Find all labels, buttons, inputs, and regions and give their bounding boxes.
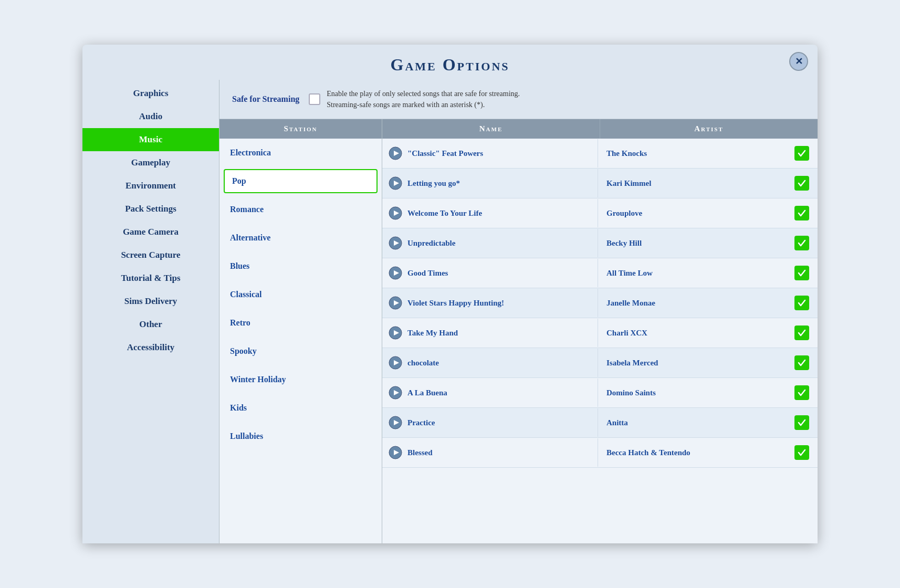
streaming-bar: Safe for Streaming Enable the play of on… bbox=[219, 80, 818, 119]
station-item-kids[interactable]: Kids bbox=[219, 394, 382, 422]
song-name: Unpredictable bbox=[407, 239, 455, 248]
song-row: chocolate Isabela Merced bbox=[382, 348, 818, 378]
song-checkbox[interactable] bbox=[794, 176, 809, 191]
song-checkbox[interactable] bbox=[794, 385, 809, 400]
play-icon[interactable] bbox=[389, 236, 402, 250]
song-name: Welcome To Your Life bbox=[407, 209, 482, 218]
checkmark-icon bbox=[797, 448, 807, 457]
checkmark-icon bbox=[797, 328, 807, 338]
song-name-cell[interactable]: Good Times bbox=[382, 259, 598, 287]
station-item-lullabies[interactable]: Lullabies bbox=[219, 422, 382, 450]
song-artist-cell: Janelle Monae bbox=[598, 288, 818, 318]
song-name: chocolate bbox=[407, 359, 439, 368]
song-row: Take My Hand Charli XCX bbox=[382, 318, 818, 348]
play-icon[interactable] bbox=[389, 386, 402, 400]
song-artist-cell: Becca Hatch & Tentendo bbox=[598, 438, 818, 467]
artist-name: Kari Kimmel bbox=[606, 179, 651, 188]
station-item-classical[interactable]: Classical bbox=[219, 280, 382, 309]
game-options-window: Game Options ✕ GraphicsAudioMusicGamepla… bbox=[82, 45, 818, 543]
station-item-electronica[interactable]: Electronica bbox=[219, 139, 382, 167]
station-scroll[interactable]: ElectronicaPopRomanceAlternativeBluesCla… bbox=[219, 139, 382, 543]
artist-name: Isabela Merced bbox=[606, 359, 658, 368]
play-icon[interactable] bbox=[389, 146, 402, 160]
artist-name: Anitta bbox=[606, 418, 628, 427]
song-checkbox[interactable] bbox=[794, 445, 809, 460]
station-item-retro[interactable]: Retro bbox=[219, 309, 382, 337]
play-icon[interactable] bbox=[389, 266, 402, 280]
sidebar-item-pack-settings[interactable]: Pack Settings bbox=[82, 197, 219, 220]
song-checkbox[interactable] bbox=[794, 206, 809, 220]
sidebar-item-accessibility[interactable]: Accessibility bbox=[82, 336, 219, 359]
song-name-cell[interactable]: Blessed bbox=[382, 438, 598, 467]
play-icon[interactable] bbox=[389, 206, 402, 220]
song-name-cell[interactable]: Violet Stars Happy Hunting! bbox=[382, 289, 598, 317]
sidebar-item-game-camera[interactable]: Game Camera bbox=[82, 220, 219, 244]
close-button[interactable]: ✕ bbox=[789, 52, 808, 71]
song-name-cell[interactable]: Take My Hand bbox=[382, 319, 598, 347]
checkmark-icon bbox=[797, 358, 807, 368]
song-name-cell[interactable]: "Classic" Feat Powers bbox=[382, 139, 598, 167]
song-name-cell[interactable]: Unpredictable bbox=[382, 229, 598, 257]
song-row: Blessed Becca Hatch & Tentendo bbox=[382, 438, 818, 468]
song-row: Violet Stars Happy Hunting! Janelle Mona… bbox=[382, 288, 818, 318]
play-icon[interactable] bbox=[389, 446, 402, 459]
checkmark-icon bbox=[797, 238, 807, 248]
checkmark-icon bbox=[797, 388, 807, 397]
sidebar-item-graphics[interactable]: Graphics bbox=[82, 82, 219, 105]
sidebar-item-audio[interactable]: Audio bbox=[82, 105, 219, 128]
song-name: A La Buena bbox=[407, 388, 447, 397]
song-artist-cell: All Time Low bbox=[598, 258, 818, 288]
song-checkbox[interactable] bbox=[794, 236, 809, 250]
station-item-spooky[interactable]: Spooky bbox=[219, 337, 382, 365]
streaming-desc: Enable the play of only selected songs t… bbox=[327, 88, 520, 110]
artist-name: Becca Hatch & Tentendo bbox=[606, 448, 690, 457]
station-item-alternative[interactable]: Alternative bbox=[219, 224, 382, 252]
song-checkbox[interactable] bbox=[794, 326, 809, 340]
song-checkbox[interactable] bbox=[794, 355, 809, 370]
window-title: Game Options bbox=[82, 55, 818, 75]
checkmark-icon bbox=[797, 418, 807, 427]
station-item-blues[interactable]: Blues bbox=[219, 252, 382, 280]
station-item-romance[interactable]: Romance bbox=[219, 195, 382, 224]
sidebar-item-screen-capture[interactable]: Screen Capture bbox=[82, 244, 219, 267]
song-area: Name Artist "Classic" Feat Powers The Kn… bbox=[382, 119, 818, 543]
sidebar-item-other[interactable]: Other bbox=[82, 313, 219, 336]
song-name: Violet Stars Happy Hunting! bbox=[407, 299, 504, 308]
song-name-cell[interactable]: chocolate bbox=[382, 349, 598, 377]
station-item-pop[interactable]: Pop bbox=[224, 169, 378, 193]
song-name-cell[interactable]: A La Buena bbox=[382, 379, 598, 407]
checkmark-icon bbox=[797, 178, 807, 188]
play-icon[interactable] bbox=[389, 176, 402, 190]
song-checkbox[interactable] bbox=[794, 266, 809, 280]
streaming-checkbox[interactable] bbox=[309, 93, 320, 105]
song-name: Good Times bbox=[407, 269, 448, 278]
sidebar-item-tutorial-tips[interactable]: Tutorial & Tips bbox=[82, 267, 219, 290]
song-name-cell[interactable]: Welcome To Your Life bbox=[382, 199, 598, 227]
song-name: Take My Hand bbox=[407, 329, 458, 338]
station-item-winter-holiday[interactable]: Winter Holiday bbox=[219, 365, 382, 394]
artist-header: Artist bbox=[600, 119, 818, 139]
song-checkbox[interactable] bbox=[794, 296, 809, 310]
sidebar-item-music[interactable]: Music bbox=[82, 128, 219, 151]
checkmark-icon bbox=[797, 149, 807, 158]
sidebar-item-environment[interactable]: Environment bbox=[82, 174, 219, 197]
song-artist-cell: Grouplove bbox=[598, 198, 818, 228]
song-checkbox[interactable] bbox=[794, 146, 809, 161]
play-icon[interactable] bbox=[389, 326, 402, 340]
sidebar-item-gameplay[interactable]: Gameplay bbox=[82, 151, 219, 174]
artist-name: Charli XCX bbox=[606, 329, 647, 338]
song-list[interactable]: "Classic" Feat Powers The Knocks Letting… bbox=[382, 139, 818, 543]
music-table: Station ElectronicaPopRomanceAlternative… bbox=[219, 119, 818, 543]
song-name-cell[interactable]: Letting you go* bbox=[382, 169, 598, 197]
play-icon[interactable] bbox=[389, 356, 402, 370]
play-icon[interactable] bbox=[389, 416, 402, 429]
song-artist-cell: The Knocks bbox=[598, 139, 818, 168]
play-icon[interactable] bbox=[389, 296, 402, 310]
song-headers: Name Artist bbox=[382, 119, 818, 139]
main-layout: GraphicsAudioMusicGameplayEnvironmentPac… bbox=[82, 80, 818, 543]
song-name-cell[interactable]: Practice bbox=[382, 408, 598, 437]
song-row: Letting you go* Kari Kimmel bbox=[382, 169, 818, 198]
song-row: Welcome To Your Life Grouplove bbox=[382, 198, 818, 228]
song-checkbox[interactable] bbox=[794, 415, 809, 430]
sidebar-item-sims-delivery[interactable]: Sims Delivery bbox=[82, 290, 219, 313]
